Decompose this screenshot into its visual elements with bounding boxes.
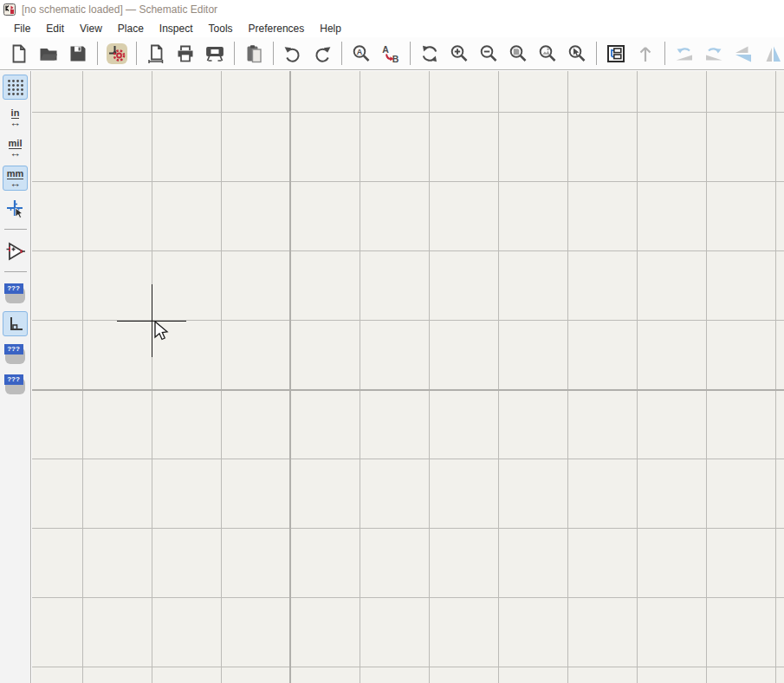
zoom-fit-icon xyxy=(508,43,528,64)
zoom-to-fit-button[interactable] xyxy=(503,40,533,68)
unknown-tool-button-1[interactable]: ??? xyxy=(3,281,28,306)
menu-bar: File Edit View Place Inspect Tools Prefe… xyxy=(0,19,784,37)
new-schematic-button[interactable] xyxy=(4,40,34,68)
find-replace-icon: A B xyxy=(380,43,401,64)
window-title: [no schematic loaded] — Schematic Editor xyxy=(22,3,217,16)
find-button[interactable]: A xyxy=(347,40,376,68)
toolbar-separator xyxy=(273,42,274,65)
menu-edit[interactable]: Edit xyxy=(38,20,72,37)
unknown-icon-label: ??? xyxy=(4,374,23,385)
schematic-setup-icon xyxy=(106,42,128,65)
toolbar-separator xyxy=(341,42,342,65)
menu-preferences[interactable]: Preferences xyxy=(241,20,313,37)
zoom-out-icon xyxy=(478,43,499,64)
left-toolbar-separator xyxy=(4,271,27,272)
grid-toggle-button[interactable] xyxy=(3,75,28,100)
unknown-tool-button-3[interactable]: ??? xyxy=(3,372,28,397)
unknown-icon-label: ??? xyxy=(4,283,23,294)
double-arrow-icon: ↔ xyxy=(10,149,21,157)
menu-inspect[interactable]: Inspect xyxy=(152,20,201,37)
menu-help[interactable]: Help xyxy=(312,20,349,37)
menu-file[interactable]: File xyxy=(6,20,38,37)
print-icon xyxy=(175,43,196,64)
page-settings-button[interactable] xyxy=(141,40,171,68)
mirror-horizontal-icon xyxy=(762,43,783,64)
leave-sheet-button[interactable] xyxy=(631,40,660,68)
zoom-in-button[interactable] xyxy=(444,40,474,68)
plot-button[interactable] xyxy=(200,40,230,68)
mouse-pointer-icon xyxy=(152,321,172,343)
zoom-to-objects-button[interactable] xyxy=(533,40,562,68)
hierarchy-navigator-button[interactable] xyxy=(601,40,631,68)
menu-view[interactable]: View xyxy=(72,20,110,37)
open-folder-icon xyxy=(38,43,59,64)
paste-icon xyxy=(243,43,264,64)
kicad-app-icon xyxy=(3,3,16,16)
crosshair-cursor-icon xyxy=(5,198,26,219)
hidden-pins-opamp-icon xyxy=(4,240,27,263)
unit-mils-icon: mil ↔ xyxy=(9,139,23,157)
open-schematic-button[interactable] xyxy=(34,40,63,68)
leave-sheet-up-arrow-icon xyxy=(635,43,656,64)
left-toolbar: in ↔ mil ↔ mm ↔ xyxy=(0,71,31,683)
missing-icon-placeholder: ??? xyxy=(4,344,27,365)
paste-button[interactable] xyxy=(239,40,269,68)
rotate-counterclockwise-button[interactable] xyxy=(670,40,699,68)
toolbar-separator xyxy=(97,42,98,65)
zoom-out-button[interactable] xyxy=(474,40,503,68)
unit-mils-button[interactable]: mil ↔ xyxy=(3,135,28,160)
rotate-clockwise-button[interactable] xyxy=(699,40,729,68)
toolbar-separator xyxy=(410,42,411,65)
hierarchy-navigator-icon xyxy=(606,43,626,64)
mirror-horizontally-button[interactable] xyxy=(758,40,784,68)
rotate-cw-icon xyxy=(703,43,724,64)
save-icon xyxy=(68,43,88,64)
zoom-to-selection-button[interactable] xyxy=(562,40,592,68)
unit-inches-button[interactable]: in ↔ xyxy=(3,105,28,130)
show-hidden-pins-button[interactable] xyxy=(3,238,28,263)
grid-dots-icon xyxy=(6,78,25,97)
undo-button[interactable] xyxy=(278,40,308,68)
menu-tools[interactable]: Tools xyxy=(201,20,241,37)
unknown-icon-label: ??? xyxy=(4,344,23,355)
svg-text:A: A xyxy=(357,47,363,55)
redo-button[interactable] xyxy=(308,40,337,68)
zoom-selection-icon xyxy=(567,43,587,64)
page-setup-icon xyxy=(146,43,166,64)
double-arrow-icon: ↔ xyxy=(10,119,21,127)
find-icon: A xyxy=(351,43,372,64)
schematic-setup-button[interactable] xyxy=(102,40,132,68)
double-arrow-icon: ↔ xyxy=(10,179,21,187)
missing-icon-placeholder: ??? xyxy=(4,374,27,395)
new-file-icon xyxy=(9,43,29,64)
svg-text:A: A xyxy=(382,43,389,54)
refresh-view-button[interactable] xyxy=(415,40,444,68)
toolbar-separator xyxy=(136,42,137,65)
hv-lines-icon xyxy=(5,314,26,335)
full-crosshair-toggle-button[interactable] xyxy=(3,196,28,221)
mirror-vertically-button[interactable] xyxy=(729,40,758,68)
redo-icon xyxy=(312,43,333,64)
toolbar-separator xyxy=(234,42,235,65)
title-bar: [no schematic loaded] — Schematic Editor xyxy=(0,0,784,19)
unknown-tool-button-2[interactable]: ??? xyxy=(3,342,28,367)
hv-line-mode-button[interactable] xyxy=(3,311,28,336)
main-toolbar: A A B xyxy=(0,37,784,70)
save-button[interactable] xyxy=(63,40,93,68)
print-button[interactable] xyxy=(171,40,200,68)
zoom-in-icon xyxy=(449,43,470,64)
toolbar-separator xyxy=(596,42,597,65)
schematic-canvas[interactable] xyxy=(32,71,784,683)
find-replace-button[interactable]: A B xyxy=(376,40,405,68)
unit-inches-icon: in ↔ xyxy=(10,108,21,127)
toolbar-separator xyxy=(664,42,665,65)
left-toolbar-separator xyxy=(4,229,27,230)
missing-icon-placeholder: ??? xyxy=(4,283,27,304)
refresh-icon xyxy=(419,43,440,64)
menu-place[interactable]: Place xyxy=(110,20,152,37)
rotate-ccw-icon xyxy=(674,43,695,64)
unit-mm-button[interactable]: mm ↔ xyxy=(3,166,28,191)
zoom-objects-icon xyxy=(537,43,558,64)
plot-icon xyxy=(204,43,225,64)
grid-major-horizontal-line xyxy=(32,389,784,391)
